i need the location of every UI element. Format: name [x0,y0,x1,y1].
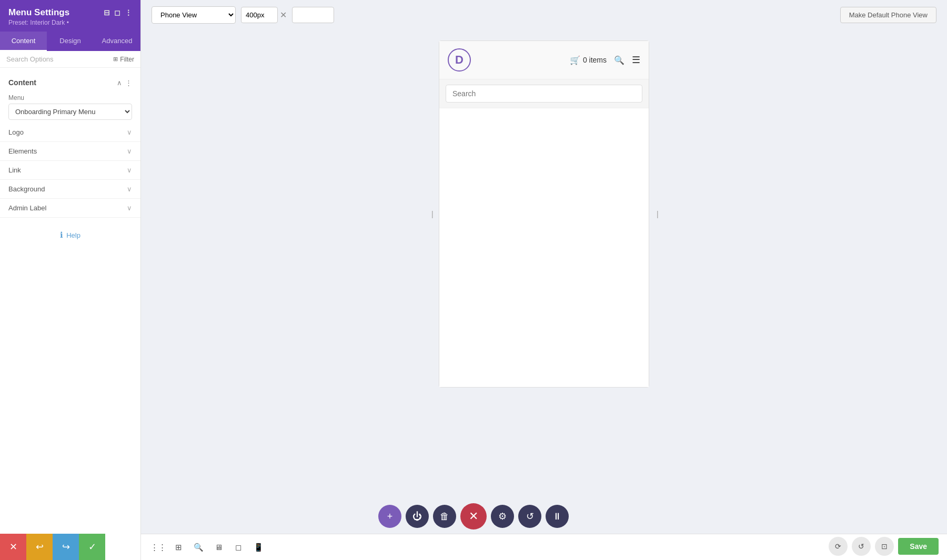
filter-icon: ⊞ [113,56,118,63]
menu-select[interactable]: Onboarding Primary Menu [8,104,132,120]
fab-history-button[interactable]: ↺ [518,505,541,528]
undo-action-button[interactable]: ↩ [26,534,53,560]
redo-action-button[interactable]: ↪ [53,534,79,560]
toolbar-grid-btn[interactable]: ⊞ [169,538,187,556]
phone-search-input[interactable] [446,85,642,103]
top-bar: Phone View Tablet View Desktop View ✕ Ma… [141,0,947,30]
search-bar-area [439,79,649,108]
tab-content[interactable]: Content [0,32,47,51]
toolbar-desktop-btn[interactable]: 🖥 [209,538,227,556]
hamburger-icon[interactable]: ☰ [632,54,640,66]
check-action-button[interactable]: ✓ [79,534,105,560]
accordion-background-label: Background [8,185,45,193]
accordion-background[interactable]: Background ∨ [0,180,140,199]
bottom-left-actions: ✕ ↩ ↪ ✓ [0,534,105,560]
help-row: ℹ Help [0,222,140,248]
accordion-elements[interactable]: Elements ∨ [0,142,140,161]
fab-pause-button[interactable]: ⏸ [546,505,569,528]
toolbar-tablet-btn[interactable]: ◻ [229,538,247,556]
sidebar-preset: Preset: Interior Dark • [8,19,132,26]
fab-delete-button[interactable]: 🗑 [433,505,456,528]
make-default-button[interactable]: Make Default Phone View [840,7,936,23]
section-collapse-icon[interactable]: ∧ [117,79,122,87]
phone-body [439,108,649,387]
section-controls: ∧ ⋮ [117,79,132,87]
tab-advanced[interactable]: Advanced [94,32,140,51]
toolbar-left: ⋮⋮ ⊞ 🔍 🖥 ◻ 📱 [149,538,267,556]
accordion-admin-label[interactable]: Admin Label ∨ [0,199,140,218]
phone-header: D 🛒 0 items 🔍 ☰ [439,41,649,79]
save-button[interactable]: Save [898,538,939,555]
fab-add-button[interactable]: + [378,505,401,528]
floating-actions: + ⏻ 🗑 ✕ ⚙ ↺ ⏸ [378,503,569,530]
canvas-area: || D 🛒 0 items 🔍 ☰ [141,30,947,534]
px-input[interactable] [241,7,278,23]
save-bar: ⟳ ↺ ⊡ Save [829,537,939,556]
accordion-logo-label: Logo [8,128,24,136]
phone-search-icon[interactable]: 🔍 [614,55,624,65]
content-section-header: Content ∧ ⋮ [0,74,140,91]
view-select[interactable]: Phone View Tablet View Desktop View [152,6,236,24]
accordion-logo[interactable]: Logo ∨ [0,123,140,142]
phone-logo: D [448,48,471,72]
accordion-admin-chevron: ∨ [127,204,132,212]
accordion-logo-chevron: ∨ [127,128,132,136]
fab-power-button[interactable]: ⏻ [406,505,429,528]
bottom-toolbar: ⋮⋮ ⊞ 🔍 🖥 ◻ 📱 ⋮⋮ ✦ ⊞ [141,534,947,560]
tab-design[interactable]: Design [47,32,94,51]
accordion-link-chevron: ∨ [127,166,132,174]
sidebar-title-row: Menu Settings ⊟ ◻ ⋮ [8,7,132,18]
menu-select-row: Menu Onboarding Primary Menu [0,91,140,123]
save-reset-btn[interactable]: ↺ [852,537,871,556]
phone-header-right: 🛒 0 items 🔍 ☰ [570,54,640,66]
cart-icon: 🛒 [570,55,580,65]
cart-area: 🛒 0 items [570,55,607,65]
toolbar-wireframe-btn[interactable]: ⋮⋮ [149,538,167,556]
accordion-elements-label: Elements [8,147,37,155]
sidebar-title: Menu Settings [8,7,104,18]
content-section-title: Content [8,78,36,87]
section-more-icon[interactable]: ⋮ [125,79,132,87]
filter-button[interactable]: ⊞ Filter [113,56,134,63]
fab-settings-button[interactable]: ⚙ [491,505,514,528]
sidebar-tabs: Content Design Advanced [0,32,140,51]
close-action-button[interactable]: ✕ [0,534,26,560]
main-content: Phone View Tablet View Desktop View ✕ Ma… [141,0,947,560]
sidebar-header: Menu Settings ⊟ ◻ ⋮ Preset: Interior Dar… [0,0,140,32]
sidebar-content: Content ∧ ⋮ Menu Onboarding Primary Menu… [0,68,140,560]
accordion-elements-chevron: ∨ [127,147,132,155]
accordion-background-chevron: ∨ [127,185,132,193]
accordion-admin-label-label: Admin Label [8,204,46,212]
menu-label: Menu [8,94,132,101]
minimize-icon[interactable]: ⊟ [104,8,110,17]
more-icon[interactable]: ⋮ [125,8,132,17]
sidebar-search-bar: Search Options ⊞ Filter [0,51,140,68]
search-options-label: Search Options [6,55,54,63]
sidebar-title-icons: ⊟ ◻ ⋮ [104,8,132,17]
sidebar: Menu Settings ⊟ ◻ ⋮ Preset: Interior Dar… [0,0,141,560]
phone-preview: D 🛒 0 items 🔍 ☰ [439,40,649,388]
preview-container: || D 🛒 0 items 🔍 ☰ [439,40,649,388]
extra-input[interactable] [292,7,334,23]
fab-close-button[interactable]: ✕ [460,503,487,530]
toolbar-phone-btn[interactable]: 📱 [249,538,267,556]
save-history-btn[interactable]: ⟳ [829,537,848,556]
filter-label: Filter [120,56,134,63]
maximize-icon[interactable]: ◻ [114,8,120,17]
help-link[interactable]: Help [66,231,80,239]
save-presets-btn[interactable]: ⊡ [875,537,894,556]
px-close-button[interactable]: ✕ [280,10,287,20]
toolbar-search-btn[interactable]: 🔍 [189,538,207,556]
px-input-wrapper: ✕ [241,7,287,23]
help-icon: ℹ [60,230,63,240]
accordion-link-label: Link [8,166,21,174]
accordion-link[interactable]: Link ∨ [0,161,140,180]
cart-count: 0 items [583,56,607,64]
